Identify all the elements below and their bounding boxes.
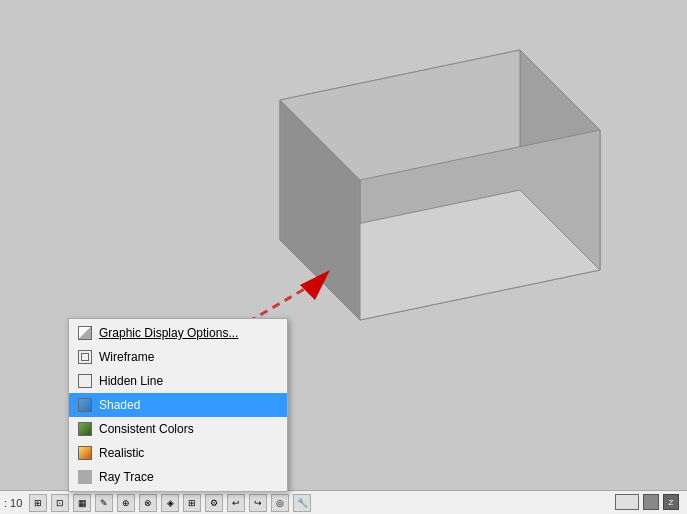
snap-icon[interactable]: ⊡ [51,494,69,512]
menu-item-label: Shaded [99,398,140,412]
manage-icon[interactable]: ⊗ [139,494,157,512]
grid-icon[interactable]: ⊞ [29,494,47,512]
consistent-colors-icon [77,421,93,437]
addon-icon[interactable]: ⊞ [183,494,201,512]
menu-item-wireframe[interactable]: Wireframe [69,345,287,369]
status-bar: : 10 ⊞ ⊡ ▦ ✎ ⊕ ⊗ ◈ ⊞ ⚙ ↩ ↪ ◎ 🔧 Z [0,490,687,514]
menu-item-ray-trace[interactable]: Ray Trace [69,465,287,489]
graphic-display-icon [77,325,93,341]
menu-item-label: Consistent Colors [99,422,194,436]
ray-trace-icon [77,469,93,485]
view-icon[interactable]: ◈ [161,494,179,512]
context-menu: Graphic Display Options... Wireframe Hid… [68,318,288,492]
annotate-icon[interactable]: ✎ [95,494,113,512]
scale-text: : 10 [4,497,22,509]
undo-icon[interactable]: ↩ [227,494,245,512]
menu-item-label: Graphic Display Options... [99,326,238,340]
menu-item-label: Realistic [99,446,144,460]
menu-item-label: Hidden Line [99,374,163,388]
model-icon[interactable]: ▦ [73,494,91,512]
redo-icon[interactable]: ↪ [249,494,267,512]
realistic-icon [77,445,93,461]
menu-item-realistic[interactable]: Realistic [69,441,287,465]
properties-icon[interactable]: 🔧 [293,494,311,512]
hidden-line-icon [77,373,93,389]
menu-item-label: Ray Trace [99,470,154,484]
shaded-icon [77,397,93,413]
nav-wheel-icon[interactable] [643,494,659,510]
menu-item-shaded[interactable]: Shaded [69,393,287,417]
menu-item-label: Wireframe [99,350,154,364]
constraints-icon[interactable]: ⊕ [117,494,135,512]
measure-icon[interactable]: ◎ [271,494,289,512]
menu-item-graphic-display[interactable]: Graphic Display Options... [69,321,287,345]
zoom-icon[interactable]: Z [663,494,679,510]
viewport: Graphic Display Options... Wireframe Hid… [0,0,687,490]
settings-icon[interactable]: ⚙ [205,494,223,512]
menu-item-consistent-colors[interactable]: Consistent Colors [69,417,287,441]
scale-indicator [615,494,639,510]
wireframe-icon [77,349,93,365]
menu-item-hidden-line[interactable]: Hidden Line [69,369,287,393]
